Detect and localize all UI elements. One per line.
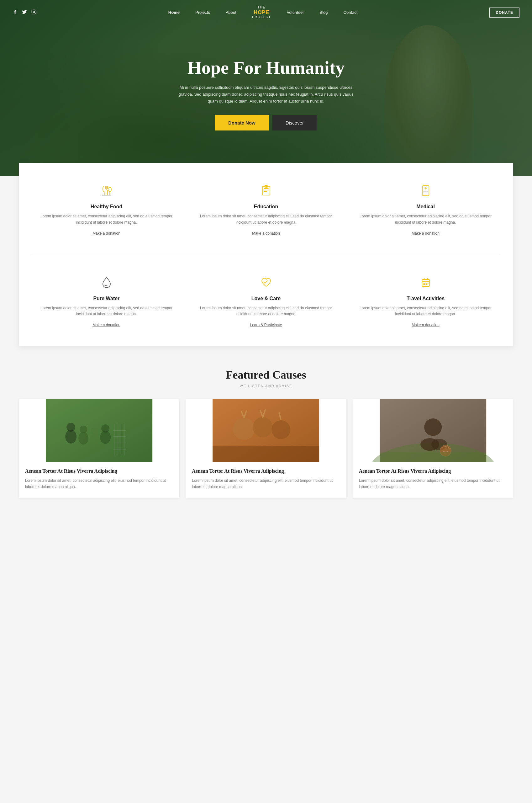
education-icon bbox=[258, 182, 275, 200]
svg-point-11 bbox=[78, 432, 89, 445]
featured-causes-section: Featured Causes WE LISTEN AND ADVISE bbox=[0, 346, 532, 513]
svg-point-20 bbox=[271, 420, 290, 439]
service-link-food[interactable]: Make a donation bbox=[93, 231, 120, 236]
svg-point-1 bbox=[33, 11, 35, 13]
causes-grid: Aenean Tortor At Risus Viverra Adipiscin… bbox=[19, 399, 513, 498]
service-item-education: Education Lorem ipsum dolor sit amet, co… bbox=[191, 179, 341, 239]
service-link-travel[interactable]: Make a donation bbox=[412, 323, 439, 327]
travel-icon bbox=[417, 274, 435, 292]
svg-point-18 bbox=[233, 418, 255, 440]
featured-title: Featured Causes bbox=[19, 368, 513, 381]
cause-body-3: Aenean Tortor At Risus Viverra Adipiscin… bbox=[353, 462, 513, 498]
nav-link-contact[interactable]: Contact bbox=[344, 10, 358, 15]
cause-card-title-2: Aenean Tortor At Risus Viverra Adipiscin… bbox=[192, 468, 340, 474]
nav-link-volunteer[interactable]: Volunteer bbox=[287, 10, 304, 15]
cause-image-3 bbox=[353, 399, 513, 462]
cause-card-3: Aenean Tortor At Risus Viverra Adipiscin… bbox=[353, 399, 513, 498]
service-desc-travel: Lorem ipsum dolor sit amet, consectetur … bbox=[357, 305, 494, 318]
cause-image-1 bbox=[19, 399, 179, 462]
service-title-medical: Medical bbox=[357, 204, 494, 209]
hero-section: Hope For Humanity Mi in nulla posuere so… bbox=[0, 0, 532, 176]
hero-title: Hope For Humanity bbox=[175, 58, 357, 78]
service-link-education[interactable]: Make a donation bbox=[252, 231, 280, 236]
services-divider bbox=[31, 255, 501, 255]
service-desc-food: Lorem ipsum dolor sit amet, consectetur … bbox=[38, 213, 175, 226]
facebook-link[interactable] bbox=[13, 10, 18, 16]
water-icon bbox=[98, 274, 115, 292]
cause-card-title-1: Aenean Tortor At Risus Viverra Adipiscin… bbox=[25, 468, 173, 474]
svg-point-9 bbox=[65, 430, 76, 444]
discover-button[interactable]: Discover bbox=[272, 115, 317, 130]
nav-link-blog[interactable]: Blog bbox=[320, 10, 328, 15]
svg-point-10 bbox=[66, 423, 75, 432]
food-icon bbox=[98, 182, 115, 200]
svg-point-3 bbox=[108, 187, 111, 192]
service-item-food: Healthy Food Lorem ipsum dolor sit amet,… bbox=[31, 179, 182, 239]
cause-card-desc-1: Lorem ipsum dolor sit amet, consectetur … bbox=[25, 478, 173, 490]
svg-point-16 bbox=[101, 424, 109, 432]
service-desc-education: Lorem ipsum dolor sit amet, consectetur … bbox=[197, 213, 335, 226]
nav-link-home[interactable]: Home bbox=[168, 10, 179, 15]
service-link-medical[interactable]: Make a donation bbox=[412, 231, 439, 236]
cause-card-desc-2: Lorem ipsum dolor sit amet, consectetur … bbox=[192, 478, 340, 490]
svg-point-14 bbox=[91, 428, 98, 435]
service-title-food: Healthy Food bbox=[38, 204, 175, 209]
svg-rect-8 bbox=[46, 399, 152, 462]
donate-now-button[interactable]: Donate Now bbox=[215, 115, 269, 130]
svg-rect-4 bbox=[262, 186, 270, 195]
svg-point-12 bbox=[80, 426, 87, 433]
logo-project: PROJECT bbox=[252, 15, 271, 19]
svg-rect-7 bbox=[422, 279, 430, 286]
service-link-water[interactable]: Make a donation bbox=[93, 323, 120, 327]
service-item-travel: Travel Activities Lorem ipsum dolor sit … bbox=[350, 271, 501, 331]
services-grid: Healthy Food Lorem ipsum dolor sit amet,… bbox=[31, 179, 501, 331]
nav-link-projects[interactable]: Projects bbox=[195, 10, 210, 15]
hero-content: Hope For Humanity Mi in nulla posuere so… bbox=[169, 58, 363, 130]
service-title-travel: Travel Activities bbox=[357, 296, 494, 301]
cause-body-2: Aenean Tortor At Risus Viverra Adipiscin… bbox=[186, 462, 346, 498]
navbar: Home Projects About THE HOPE PROJECT Vol… bbox=[0, 0, 532, 25]
service-title-love: Love & Care bbox=[197, 296, 335, 301]
svg-rect-28 bbox=[380, 452, 486, 462]
logo-the: THE bbox=[252, 6, 271, 10]
services-section: Healthy Food Lorem ipsum dolor sit amet,… bbox=[19, 163, 513, 346]
service-item-medical: Medical Lorem ipsum dolor sit amet, cons… bbox=[350, 179, 501, 239]
svg-point-15 bbox=[100, 431, 111, 444]
social-links bbox=[13, 10, 36, 16]
service-desc-water: Lorem ipsum dolor sit amet, consectetur … bbox=[38, 305, 175, 318]
svg-rect-21 bbox=[212, 446, 319, 462]
svg-point-19 bbox=[253, 417, 273, 437]
cause-card-2: Aenean Tortor At Risus Viverra Adipiscin… bbox=[186, 399, 346, 498]
svg-point-24 bbox=[424, 418, 442, 436]
service-item-water: Pure Water Lorem ipsum dolor sit amet, c… bbox=[31, 271, 182, 331]
instagram-link[interactable] bbox=[31, 10, 36, 16]
svg-rect-0 bbox=[32, 10, 36, 14]
nav-link-about[interactable]: About bbox=[226, 10, 236, 15]
hero-buttons: Donate Now Discover bbox=[175, 115, 357, 130]
cause-body-1: Aenean Tortor At Risus Viverra Adipiscin… bbox=[19, 462, 179, 498]
featured-subtitle: WE LISTEN AND ADVISE bbox=[19, 384, 513, 388]
medical-icon bbox=[417, 182, 435, 200]
service-title-education: Education bbox=[197, 204, 335, 209]
service-title-water: Pure Water bbox=[38, 296, 175, 301]
logo-hope: HOPE bbox=[252, 10, 271, 15]
love-icon bbox=[258, 274, 275, 292]
service-desc-love: Lorem ipsum dolor sit amet, consectetur … bbox=[197, 305, 335, 318]
service-link-love[interactable]: Learn & Participate bbox=[250, 323, 282, 327]
service-item-love: Love & Care Lorem ipsum dolor sit amet, … bbox=[191, 271, 341, 331]
service-desc-medical: Lorem ipsum dolor sit amet, consectetur … bbox=[357, 213, 494, 226]
cause-card-title-3: Aenean Tortor At Risus Viverra Adipiscin… bbox=[359, 468, 507, 474]
cause-card-1: Aenean Tortor At Risus Viverra Adipiscin… bbox=[19, 399, 179, 498]
site-logo: THE HOPE PROJECT bbox=[252, 6, 271, 19]
twitter-link[interactable] bbox=[22, 10, 27, 16]
nav-donate-button[interactable]: DONATE bbox=[489, 7, 519, 18]
svg-point-13 bbox=[90, 433, 99, 445]
cause-card-desc-3: Lorem ipsum dolor sit amet, consectetur … bbox=[359, 478, 507, 490]
hero-subtitle: Mi in nulla posuere sollicitudin aliquam… bbox=[175, 84, 357, 105]
cause-image-2 bbox=[186, 399, 346, 462]
